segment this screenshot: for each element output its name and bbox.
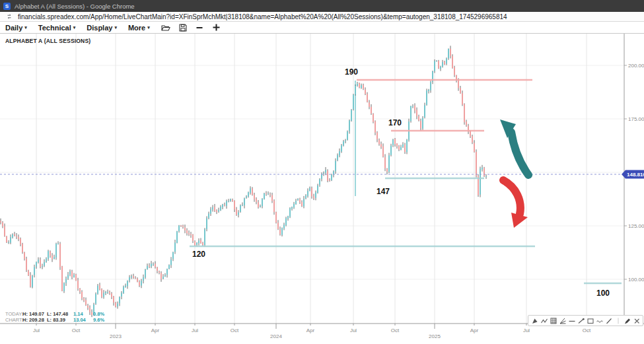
- x-month-label: Apr: [306, 327, 315, 333]
- url-bar[interactable]: financials.spreadex.com/App/Home/LiveCha…: [0, 12, 644, 22]
- x-month-label: Jul: [192, 327, 198, 333]
- chevron-down-icon: ▾: [24, 25, 27, 30]
- chevron-down-icon: ▾: [73, 25, 76, 30]
- open-chart-button[interactable]: [161, 24, 170, 32]
- toolbar-divider: [614, 317, 622, 324]
- trendline-icon: [578, 318, 585, 324]
- today-change: 1.14: [73, 311, 93, 317]
- y-tick-label: 100.00: [628, 277, 644, 283]
- x-year-label: 2023: [110, 333, 122, 339]
- chart-toolbar: Daily ▾ Technical ▾ Display ▾ More ▾: [0, 22, 644, 34]
- menu-more[interactable]: More ▾: [128, 24, 150, 32]
- x-month-label: Oct: [391, 327, 400, 333]
- x-year-label: 2024: [270, 333, 282, 339]
- break-down-arrow[interactable]: [503, 180, 520, 214]
- tool-line[interactable]: [605, 317, 612, 324]
- pointer-icon: [532, 318, 538, 324]
- floppy-save-icon: [179, 24, 187, 32]
- divider-icon: [615, 318, 622, 324]
- minus-icon: [196, 24, 203, 32]
- window-title: Alphabet A (All Sessions) - Google Chrom…: [15, 3, 135, 10]
- url-text[interactable]: financials.spreadex.com/App/Home/LiveCha…: [18, 13, 507, 20]
- zoom-out-button[interactable]: [196, 24, 203, 32]
- menu-daily-label: Daily: [5, 24, 22, 32]
- browser-titlebar: S Alphabet A (All Sessions) - Google Chr…: [0, 0, 644, 12]
- x-month-label: Jul: [350, 327, 357, 333]
- chart-stats-row: CHART:H: 209.28L: 83.3913.049.6%: [5, 317, 104, 323]
- menu-technical-label: Technical: [38, 24, 71, 32]
- rect-icon: [587, 318, 594, 324]
- x-month-label: Jul: [523, 327, 530, 333]
- today-stats-row: TODAY:H: 149.07L: 147.481.140.8%: [5, 311, 104, 317]
- chart-canvas[interactable]: 200.00175.00150.00125.00100.00JulOct2023…: [0, 0, 644, 344]
- menu-display-label: Display: [87, 24, 112, 32]
- chart-high: H: 209.28: [22, 317, 47, 323]
- site-info-icon[interactable]: [6, 13, 13, 20]
- chart-low: L: 83.39: [47, 317, 73, 323]
- chevron-down-icon: ▾: [114, 25, 117, 30]
- hline-icon: [569, 318, 575, 324]
- price-tag-value: 148.810: [627, 172, 644, 178]
- chevron-down-icon: ▾: [147, 25, 150, 30]
- tool-polyline[interactable]: [540, 317, 548, 324]
- x-month-label: Apr: [151, 327, 160, 333]
- tool-grid[interactable]: [550, 317, 557, 324]
- spreadex-favicon: S: [3, 3, 11, 10]
- tool-pen[interactable]: [624, 317, 631, 324]
- bounce-up-arrow[interactable]: [511, 132, 528, 175]
- level-label-120: 120: [192, 250, 205, 259]
- chart-change: 13.04: [73, 317, 93, 323]
- tool-rect[interactable]: [587, 317, 594, 324]
- tool-wave[interactable]: [596, 317, 603, 324]
- y-tick-label: 175.00: [628, 116, 644, 122]
- chart-label: CHART:: [5, 317, 22, 323]
- menu-technical[interactable]: Technical ▾: [38, 24, 75, 32]
- grid-icon: [550, 318, 557, 324]
- y-tick-label: 200.00: [628, 63, 644, 69]
- line-icon: [606, 318, 612, 324]
- y-tick-label: 125.00: [628, 223, 644, 229]
- drawing-toolbar: [528, 315, 643, 326]
- save-chart-button[interactable]: [179, 24, 187, 32]
- tool-hline[interactable]: [568, 317, 575, 324]
- candlestick-series: [0, 46, 487, 317]
- x-month-label: Oct: [231, 327, 239, 333]
- today-high: H: 149.07: [22, 311, 47, 317]
- x-month-label: Oct: [583, 327, 591, 333]
- fan-icon: [559, 318, 566, 324]
- today-change-pct: 0.8%: [93, 311, 104, 317]
- x-year-label: 2025: [429, 333, 441, 339]
- tool-close[interactable]: [633, 317, 640, 324]
- tool-trendline[interactable]: [577, 317, 585, 324]
- browser-window: { "browser": { "title": "Alphabet A (All…: [0, 0, 644, 344]
- instrument-title: ALPHABET A (ALL SESSIONS): [5, 38, 90, 44]
- wave-icon: [596, 318, 603, 324]
- tool-pointer[interactable]: [531, 317, 538, 324]
- close-icon: [633, 318, 640, 324]
- plus-icon: [212, 23, 221, 32]
- price-stats: TODAY:H: 149.07L: 147.481.140.8% CHART:H…: [5, 311, 104, 323]
- pen-icon: [624, 318, 631, 324]
- menu-daily[interactable]: Daily ▾: [5, 24, 27, 32]
- x-month-label: Apr: [470, 327, 479, 333]
- zoom-in-button[interactable]: [212, 23, 221, 32]
- level-label-147: 147: [376, 187, 390, 196]
- tool-fan[interactable]: [559, 317, 566, 324]
- open-folder-icon: [161, 24, 170, 32]
- level-label-100: 100: [596, 289, 610, 298]
- level-label-190: 190: [345, 67, 358, 77]
- menu-more-label: More: [128, 24, 145, 32]
- x-month-label: Oct: [72, 327, 81, 333]
- x-month-label: Jul: [33, 327, 40, 333]
- today-low: L: 147.48: [47, 311, 73, 317]
- today-label: TODAY:: [5, 311, 22, 317]
- polyline-icon: [541, 318, 548, 324]
- level-label-170: 170: [388, 118, 402, 127]
- menu-display[interactable]: Display ▾: [87, 24, 117, 32]
- chart-change-pct: 9.6%: [93, 317, 104, 323]
